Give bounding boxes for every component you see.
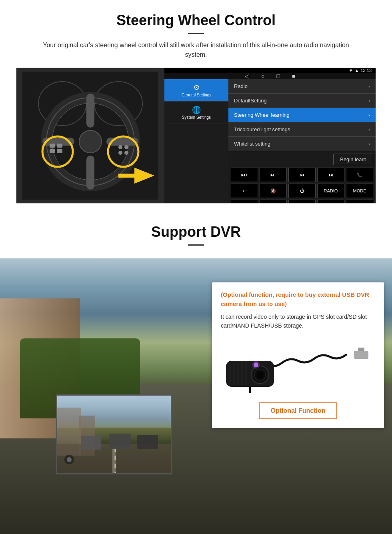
- android-main-panel: Radio › DefaultSetting › Steering Wheel …: [228, 79, 376, 204]
- svg-rect-15: [57, 149, 62, 153]
- svg-point-33: [67, 457, 72, 462]
- menu-item-steering-learning[interactable]: Steering Wheel learning ›: [228, 108, 376, 122]
- sidebar-tab-system[interactable]: 🌐 System Settings: [164, 102, 228, 124]
- ctrl-call[interactable]: 📞: [346, 168, 373, 182]
- menu-steering-arrow: ›: [368, 112, 370, 118]
- menu-list: Radio › DefaultSetting › Steering Wheel …: [228, 79, 376, 151]
- ctrl-audio[interactable]: AUDIO: [260, 200, 287, 204]
- android-content: ⚙ General Settings 🌐 System Settings Rad…: [164, 79, 376, 204]
- svg-rect-20: [124, 151, 128, 155]
- recents-icon[interactable]: □: [276, 73, 280, 79]
- steering-wheel-svg: [22, 72, 158, 200]
- dvr-camera-svg: [222, 339, 374, 395]
- menu-tricoloured-label: Tricoloured light settings: [234, 126, 290, 132]
- ctrl-call-prev[interactable]: 📞⏮: [317, 200, 344, 204]
- menu-item-tricoloured[interactable]: Tricoloured light settings ›: [228, 122, 376, 137]
- ctrl-prev-track[interactable]: ⏮: [288, 168, 316, 182]
- svg-rect-30: [109, 434, 131, 449]
- signal-icon: ▲: [355, 68, 359, 73]
- steering-section: Steering Wheel Control Your original car…: [0, 0, 392, 212]
- tab-general-label: General Settings: [182, 93, 212, 97]
- menu-tricoloured-arrow: ›: [368, 127, 370, 132]
- menu-default-label: DefaultSetting: [234, 98, 267, 104]
- begin-learn-row: Begin learn: [231, 154, 373, 165]
- android-sidebar: ⚙ General Settings 🌐 System Settings: [164, 79, 228, 204]
- svg-rect-13: [57, 144, 62, 148]
- svg-rect-35: [358, 348, 364, 351]
- ctrl-hangup[interactable]: ↩: [231, 184, 258, 198]
- control-panel: Begin learn ⏮+ ⏮− ⏮ ⏭ 📞 ↩ 🔇 ⏻ RADIO: [228, 151, 376, 204]
- menu-item-radio[interactable]: Radio ›: [228, 79, 376, 94]
- globe-icon: 🌐: [192, 106, 201, 114]
- svg-rect-19: [118, 151, 122, 155]
- wifi-icon: ▼: [349, 68, 353, 73]
- ctrl-mute[interactable]: 🔇: [260, 184, 287, 198]
- svg-point-46: [252, 361, 260, 369]
- menu-icon[interactable]: ■: [292, 73, 295, 79]
- menu-item-defaultsetting[interactable]: DefaultSetting ›: [228, 94, 376, 108]
- svg-rect-34: [354, 351, 368, 359]
- page-title: Steering Wheel Control: [16, 12, 376, 29]
- ctrl-vol-up[interactable]: ⏮+: [231, 168, 258, 182]
- menu-whitelist-label: Whitelist setting: [234, 141, 270, 147]
- gear-icon: ⚙: [193, 83, 200, 92]
- dvr-background-container: (Optional function, require to buy exter…: [0, 258, 392, 534]
- steering-photo: [16, 68, 164, 203]
- dvr-title: Support DVR: [16, 224, 376, 240]
- menu-radio-arrow: ›: [368, 84, 370, 89]
- android-statusbar: ▼ ▲ 13:13: [164, 68, 376, 73]
- ctrl-power[interactable]: ⏻: [288, 184, 316, 198]
- ctrl-dvd[interactable]: DVD: [231, 200, 258, 204]
- dvr-inset-photo: [56, 394, 172, 474]
- dvr-camera-illustration: [221, 337, 375, 397]
- svg-rect-17: [118, 145, 122, 149]
- svg-rect-22: [118, 174, 135, 178]
- dvr-description: It can record video only to storage in G…: [221, 312, 375, 330]
- svg-point-44: [257, 372, 263, 378]
- android-nav-bar: ◁ ○ □ ■: [164, 73, 376, 79]
- ctrl-next-mixed[interactable]: ✕⏭: [346, 200, 373, 204]
- menu-radio-label: Radio: [234, 83, 248, 89]
- home-icon[interactable]: ○: [261, 73, 264, 79]
- optional-function-button[interactable]: Optional Function: [259, 402, 338, 419]
- menu-item-whitelist[interactable]: Whitelist setting ›: [228, 137, 376, 151]
- svg-rect-12: [50, 144, 55, 148]
- page-subtitle: Your original car's steering wheel contr…: [32, 40, 360, 60]
- dvr-section: Support DVR: [0, 212, 392, 534]
- android-screen: ▼ ▲ 13:13 ◁ ○ □ ■ ⚙ General Settings: [164, 68, 376, 203]
- inset-scene-svg: [57, 396, 172, 474]
- menu-steering-label: Steering Wheel learning: [234, 112, 290, 118]
- tab-system-label: System Settings: [182, 115, 211, 120]
- begin-learn-button[interactable]: Begin learn: [333, 154, 373, 165]
- svg-rect-18: [124, 145, 128, 149]
- dvr-header: Support DVR: [0, 212, 392, 258]
- title-divider: [188, 33, 204, 34]
- menu-whitelist-arrow: ›: [368, 141, 370, 147]
- ctrl-next-track[interactable]: ⏭: [317, 168, 344, 182]
- menu-default-arrow: ›: [368, 98, 370, 104]
- svg-rect-31: [137, 435, 158, 449]
- time-display: 13:13: [360, 68, 372, 73]
- steering-demo-container: ▼ ▲ 13:13 ◁ ○ □ ■ ⚙ General Settings: [16, 68, 376, 204]
- statusbar-icons: ▼ ▲ 13:13: [349, 68, 372, 73]
- ctrl-gps[interactable]: GPS: [288, 200, 316, 204]
- ctrl-mode[interactable]: MODE: [346, 184, 373, 198]
- back-icon[interactable]: ◁: [245, 73, 249, 79]
- ctrl-radio[interactable]: RADIO: [317, 184, 344, 198]
- svg-rect-29: [81, 436, 101, 450]
- svg-rect-14: [50, 149, 55, 153]
- dvr-optional-heading: (Optional function, require to buy exter…: [221, 290, 375, 308]
- ctrl-vol-down[interactable]: ⏮−: [260, 168, 287, 182]
- sidebar-tab-general[interactable]: ⚙ General Settings: [164, 79, 228, 102]
- control-buttons-grid: ⏮+ ⏮− ⏮ ⏭ 📞 ↩ 🔇 ⏻ RADIO MODE DVD AUDIO: [231, 168, 373, 204]
- dvr-title-divider: [188, 244, 204, 246]
- svg-point-10: [79, 130, 102, 153]
- dvr-info-card: (Optional function, require to buy exter…: [212, 282, 384, 428]
